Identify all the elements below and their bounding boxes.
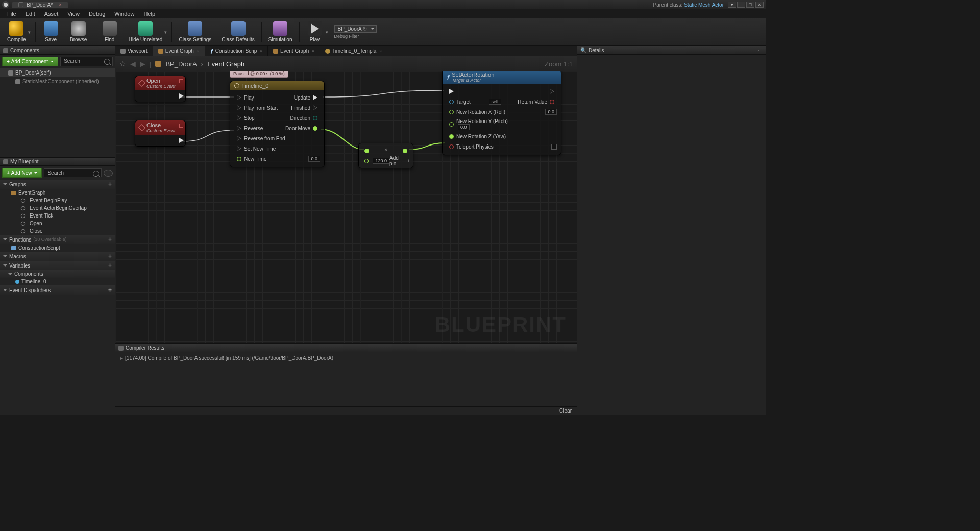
breadcrumb-root[interactable]: BP_DoorA: [165, 60, 197, 68]
myblueprint-panel-header[interactable]: My Blueprint: [0, 157, 115, 166]
refresh-icon[interactable]: ↻: [363, 26, 367, 32]
add-graph-icon[interactable]: +: [108, 181, 112, 188]
menu-debug[interactable]: Debug: [85, 10, 109, 18]
nav-back-icon[interactable]: ◀: [130, 60, 136, 68]
node-timeline[interactable]: Timeline_0 PlayUpdate Play from StartFin…: [230, 81, 325, 167]
node-multiply[interactable]: × 120.0Add pin+: [358, 143, 413, 168]
close-icon[interactable]: ×: [197, 49, 200, 53]
float-in-pin[interactable]: [364, 159, 369, 163]
node-setactorrotation[interactable]: ƒSetActorRotationTarget is Actor Targets…: [442, 71, 561, 155]
cat-macros[interactable]: Macros+: [0, 252, 115, 261]
simulation-button[interactable]: Simulation: [263, 19, 298, 45]
item-construction[interactable]: ConstructionScript: [0, 244, 115, 252]
menu-window[interactable]: Window: [110, 10, 138, 18]
close-icon[interactable]: ×: [59, 2, 62, 8]
tab-viewport[interactable]: Viewport: [115, 46, 153, 56]
compiler-header[interactable]: Compiler Results: [115, 344, 577, 352]
tab-event-graph[interactable]: Event Graph×: [153, 46, 205, 56]
float-in-pin[interactable]: [364, 149, 369, 153]
item-event-beginplay[interactable]: Event BeginPlay: [0, 197, 115, 204]
maximize-icon[interactable]: □: [746, 2, 754, 8]
favorite-icon[interactable]: ☆: [119, 60, 126, 68]
exec-in-pin[interactable]: [237, 146, 241, 151]
delegate-pin[interactable]: [179, 124, 183, 128]
menu-file[interactable]: File: [3, 10, 20, 18]
play-button[interactable]: Play: [301, 19, 329, 45]
float-in-pin[interactable]: [449, 134, 454, 139]
exec-out-pin[interactable]: [179, 138, 184, 143]
multiply-value[interactable]: 120.0: [373, 158, 389, 164]
tab-construction[interactable]: ƒConstruction Scrip×: [205, 46, 268, 56]
exec-out-pin[interactable]: [179, 93, 184, 99]
find-button[interactable]: Find: [96, 19, 124, 45]
nav-forward-icon[interactable]: ▶: [140, 60, 145, 68]
hide-unrelated-button[interactable]: Hide Unrelated: [124, 19, 168, 45]
exec-in-pin[interactable]: [237, 105, 241, 110]
compile-button[interactable]: Compile: [2, 19, 31, 45]
play-dropdown[interactable]: ▾: [326, 30, 331, 35]
view-options-icon[interactable]: [104, 170, 113, 177]
close-icon[interactable]: ×: [260, 49, 262, 53]
cat-components[interactable]: Components: [0, 270, 115, 278]
close-window-icon[interactable]: ×: [755, 2, 764, 8]
add-variable-icon[interactable]: +: [108, 262, 112, 269]
bool-out-pin[interactable]: [550, 100, 554, 104]
class-settings-button[interactable]: Class Settings: [174, 19, 216, 45]
add-function-icon[interactable]: +: [108, 236, 112, 243]
add-pin-icon[interactable]: +: [407, 158, 410, 164]
menu-view[interactable]: View: [63, 10, 84, 18]
tab-event-graph-2[interactable]: Event Graph×: [268, 46, 320, 56]
target-value[interactable]: self: [489, 99, 501, 105]
compile-dropdown[interactable]: ▾: [28, 30, 34, 35]
item-event-close[interactable]: Close: [0, 227, 115, 235]
bool-in-pin[interactable]: [449, 144, 454, 149]
component-root[interactable]: BP_DoorA(self): [0, 68, 115, 77]
close-icon[interactable]: ×: [312, 49, 314, 53]
float-out-pin[interactable]: [403, 149, 407, 153]
object-in-pin[interactable]: [449, 100, 454, 104]
breadcrumb-leaf[interactable]: Event Graph: [207, 60, 244, 68]
node-close-event[interactable]: CloseCustom Event: [135, 120, 186, 147]
node-open-event[interactable]: OpenCustom Event: [135, 76, 186, 102]
roty-value[interactable]: 0.0: [458, 124, 470, 130]
menu-help[interactable]: Help: [139, 10, 159, 18]
item-event-tick[interactable]: Event Tick: [0, 212, 115, 220]
browse-button[interactable]: Browse: [65, 19, 92, 45]
exec-out-pin[interactable]: [313, 105, 317, 110]
cat-variables[interactable]: Variables+: [0, 261, 115, 270]
graph-canvas[interactable]: OpenCustom Event CloseCustom Event Timel…: [115, 71, 577, 343]
clear-button[interactable]: Clear: [559, 408, 572, 414]
cat-graphs[interactable]: Graphs+: [0, 180, 115, 189]
component-child[interactable]: StaticMeshComponent (Inherited): [0, 77, 115, 86]
float-out-pin[interactable]: [313, 126, 317, 131]
close-icon[interactable]: ×: [757, 48, 763, 53]
exec-in-pin[interactable]: [237, 126, 241, 131]
components-panel-header[interactable]: Components: [0, 46, 115, 55]
exec-in-pin[interactable]: [237, 115, 241, 120]
exec-out-pin[interactable]: [313, 95, 317, 100]
float-in-pin[interactable]: [237, 157, 241, 161]
exec-in-pin[interactable]: [237, 95, 241, 100]
add-dispatcher-icon[interactable]: +: [108, 286, 112, 294]
exec-in-pin[interactable]: [449, 89, 454, 94]
parent-class-link[interactable]: Static Mesh Actor: [684, 2, 724, 8]
exec-out-pin[interactable]: [550, 89, 554, 94]
close-icon[interactable]: ×: [379, 49, 382, 53]
rotx-value[interactable]: 0.0: [545, 109, 557, 115]
hide-dropdown[interactable]: ▾: [164, 30, 170, 35]
minimize-icon[interactable]: —: [737, 2, 745, 8]
save-button[interactable]: Save: [37, 19, 65, 45]
class-defaults-button[interactable]: Class Defaults: [216, 19, 259, 45]
add-component-button[interactable]: Add Component: [2, 57, 58, 66]
float-in-pin[interactable]: [449, 110, 454, 114]
item-event-open[interactable]: Open: [0, 220, 115, 227]
item-timeline-var[interactable]: Timeline_0: [0, 278, 115, 285]
item-eventgraph[interactable]: EventGraph: [0, 189, 115, 197]
cat-functions[interactable]: Functions(18 Overridable)+: [0, 235, 115, 244]
item-event-overlap[interactable]: Event ActorBeginOverlap: [0, 204, 115, 212]
add-macro-icon[interactable]: +: [108, 253, 112, 260]
teleport-checkbox[interactable]: [551, 144, 557, 150]
newtime-value[interactable]: 0.0: [308, 156, 320, 162]
menu-asset[interactable]: Asset: [40, 10, 63, 18]
exec-in-pin[interactable]: [237, 136, 241, 141]
